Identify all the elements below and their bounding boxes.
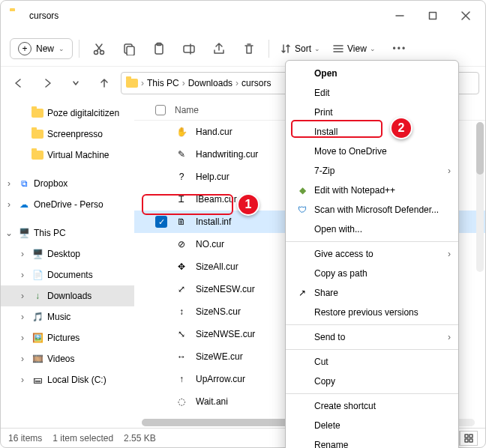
context-menu-item[interactable]: Open with... — [286, 220, 458, 239]
sidebar-item[interactable]: ›⧉Dropbox — [1, 173, 134, 194]
view-button[interactable]: View ⌄ — [328, 43, 380, 55]
sort-button[interactable]: Sort ⌄ — [275, 43, 325, 55]
sidebar-item[interactable]: Virtual Machine — [1, 145, 134, 166]
context-menu-item[interactable]: Edit — [286, 83, 458, 103]
svg-rect-23 — [470, 439, 472, 442]
copy-button[interactable] — [116, 35, 142, 62]
share-button[interactable] — [206, 35, 232, 62]
svg-rect-12 — [184, 46, 194, 52]
context-menu-item[interactable]: Cut — [286, 352, 458, 372]
sidebar-item[interactable]: ›🖴Local Disk (C:) — [1, 369, 134, 390]
file-icon: ✎ — [175, 148, 188, 161]
status-selected: 1 item selected — [52, 433, 113, 444]
svg-rect-20 — [465, 435, 468, 438]
context-menu-item[interactable]: Restore previous versions — [286, 303, 458, 322]
close-button[interactable] — [449, 4, 482, 28]
notepadpp-icon: ◆ — [296, 184, 308, 196]
context-menu-item[interactable]: ◆Edit with Notepad++ — [286, 181, 458, 200]
context-menu-item[interactable]: Send to› — [286, 327, 458, 347]
breadcrumb-thispc[interactable]: This PC — [147, 78, 179, 88]
file-name: SizeNESW.cur — [196, 284, 255, 294]
sidebar-item[interactable]: ›☁OneDrive - Perso — [1, 194, 134, 215]
context-menu-item[interactable]: Create shortcut — [286, 396, 458, 416]
more-button[interactable]: ••• — [386, 35, 413, 62]
context-menu-item[interactable]: ↗Share — [286, 283, 458, 303]
file-icon: ◌ — [175, 395, 188, 408]
chevron-right-icon: › — [448, 166, 451, 176]
folder-icon — [126, 79, 138, 88]
svg-rect-21 — [470, 435, 472, 438]
context-menu-item[interactable]: 🛡Scan with Microsoft Defender... — [286, 200, 458, 220]
svg-rect-1 — [430, 13, 436, 19]
file-icon: ↔ — [175, 350, 188, 363]
up-button[interactable] — [92, 71, 116, 95]
context-menu-item[interactable]: Rename — [286, 435, 458, 448]
file-icon: ? — [175, 170, 188, 184]
file-icon: ⤢ — [175, 282, 188, 296]
cloud-icon: ⧉ — [17, 177, 31, 190]
folder-icon — [31, 148, 44, 162]
sidebar-item[interactable]: ›🖥️Desktop — [1, 243, 134, 264]
sidebar-item[interactable]: ›🎞️Videos — [1, 348, 134, 369]
column-name[interactable]: Name — [175, 105, 199, 115]
sidebar-item[interactable]: Screenpresso — [1, 124, 134, 145]
breadcrumb-cursors[interactable]: cursors — [242, 78, 271, 88]
sidebar-item[interactable]: ›🖼️Pictures — [1, 327, 134, 348]
sidebar-item[interactable]: ›📄Documents — [1, 264, 134, 285]
context-menu-item[interactable]: 7-Zip› — [286, 161, 458, 181]
monitor-icon: 🖥️ — [17, 226, 31, 240]
context-menu-item[interactable]: Install — [286, 122, 458, 142]
chevron-right-icon: › — [448, 332, 451, 342]
rename-button[interactable] — [176, 35, 202, 62]
file-name: SizeWE.cur — [196, 351, 243, 362]
breadcrumb-downloads[interactable]: Downloads — [188, 78, 232, 88]
plus-icon: + — [18, 42, 32, 55]
sidebar-item-thispc[interactable]: ⌄ 🖥️ This PC — [1, 223, 134, 243]
cloud-icon: ☁ — [17, 198, 31, 211]
sidebar-item[interactable]: Poze digitalcitizen — [1, 103, 134, 124]
maximize-button[interactable] — [416, 4, 449, 28]
folder-icon: 🖴 — [31, 373, 44, 387]
checkbox-icon[interactable]: ✓ — [155, 216, 167, 228]
shield-icon: 🛡 — [296, 204, 308, 216]
file-icon: Ꮖ — [175, 193, 188, 206]
forward-button[interactable] — [35, 71, 59, 95]
folder-icon — [10, 10, 23, 21]
file-icon: ⤡ — [175, 327, 188, 341]
context-menu-item[interactable]: Copy — [286, 372, 458, 391]
file-name: Handwriting.cur — [196, 149, 258, 160]
window-title: cursors — [29, 10, 58, 21]
sidebar-item[interactable]: ›🎵Music — [1, 306, 134, 327]
context-menu-item[interactable]: Print — [286, 103, 458, 122]
paste-button[interactable] — [146, 35, 172, 62]
folder-icon: 🎞️ — [31, 352, 44, 366]
back-button[interactable] — [7, 71, 31, 95]
cut-button[interactable] — [86, 35, 112, 62]
chevron-down-icon: ⌄ — [370, 45, 376, 52]
svg-line-7 — [96, 44, 101, 51]
file-name: IBeam.cur — [196, 194, 237, 205]
chevron-down-icon: ⌄ — [58, 45, 64, 52]
svg-rect-22 — [465, 439, 468, 442]
context-menu-item[interactable]: Open — [286, 64, 458, 83]
context-menu-item[interactable]: Give access to› — [286, 244, 458, 264]
folder-icon: 📄 — [31, 268, 44, 282]
context-menu-item[interactable]: Copy as path — [286, 264, 458, 283]
minimize-button[interactable] — [383, 4, 416, 28]
svg-line-6 — [97, 44, 102, 51]
thumbnails-view-button[interactable] — [460, 431, 478, 446]
folder-icon: 🖥️ — [31, 247, 44, 261]
sidebar-item[interactable]: ›↓Downloads — [1, 285, 134, 306]
new-button[interactable]: + New ⌄ — [10, 38, 73, 59]
vertical-scrollbar[interactable] — [476, 122, 484, 272]
status-size: 2.55 KB — [124, 433, 156, 444]
recent-dropdown[interactable] — [64, 71, 88, 95]
delete-button[interactable] — [236, 35, 262, 62]
context-menu[interactable]: OpenEditPrintInstallMove to OneDrive7-Zi… — [285, 60, 459, 448]
context-menu-item[interactable]: Delete — [286, 416, 458, 435]
select-all-checkbox[interactable] — [155, 105, 166, 115]
file-icon: ⊘ — [175, 237, 188, 251]
folder-icon: 🖼️ — [31, 331, 44, 345]
annotation-badge-1: 1 — [237, 193, 260, 216]
context-menu-item[interactable]: Move to OneDrive — [286, 142, 458, 161]
